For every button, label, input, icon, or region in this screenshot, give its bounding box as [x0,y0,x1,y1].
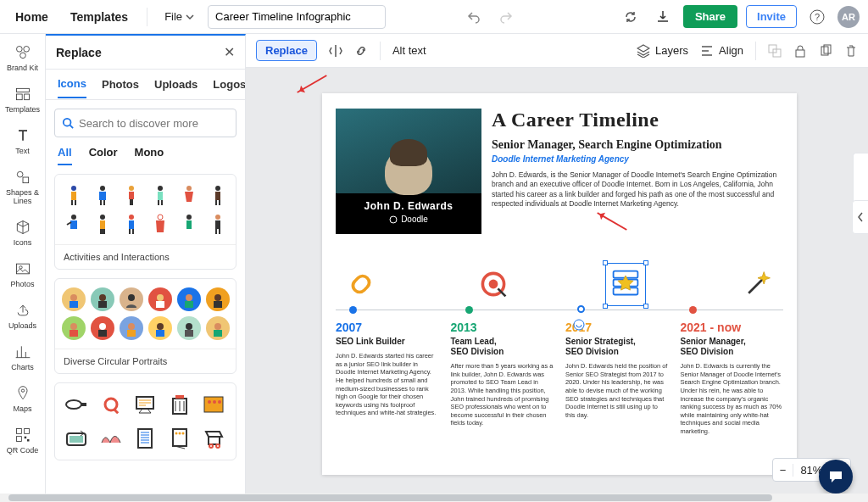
icon-thumb[interactable] [132,392,158,417]
chain-icon[interactable] [346,269,376,299]
collapse-right-panel[interactable] [852,200,868,234]
undo-button[interactable] [462,5,486,29]
rail-qrcode[interactable]: QR Code [2,421,44,460]
target-icon[interactable] [478,269,509,299]
canvas-page[interactable]: John D. Edwards Doodle A Career Timeline… [322,93,797,475]
alt-text-button[interactable]: Alt text [392,44,426,57]
profile-card[interactable]: John D. Edwards Doodle [336,109,481,234]
panel-body[interactable]: Activities and Interactions Diverse Circ… [46,174,245,494]
lock-icon[interactable] [793,44,807,58]
icon-thumb[interactable] [120,212,143,236]
search-box[interactable] [54,109,236,137]
icon-thumb[interactable] [91,316,114,340]
nav-home[interactable]: Home [8,5,55,29]
group-icon[interactable] [768,44,782,58]
help-button[interactable]: ? [805,5,829,29]
icon-thumb[interactable] [148,183,172,207]
wand-icon[interactable] [743,269,773,299]
icon-thumb[interactable] [148,316,172,340]
layers-control[interactable]: Layers [637,44,688,58]
headline-block[interactable]: A Career Timeline Senior Manager, Search… [492,109,782,209]
link-icon[interactable] [354,44,368,58]
canvas-area[interactable]: John D. Edwards Doodle A Career Timeline… [246,68,868,494]
rail-uploads[interactable]: Uploads [2,297,44,335]
tab-uploads[interactable]: Uploads [154,71,198,98]
zoom-out-button[interactable]: − [773,464,794,477]
icon-thumb[interactable] [201,392,226,417]
flip-icon[interactable] [329,44,342,58]
icon-thumb[interactable] [177,316,201,340]
icon-thumb[interactable] [206,183,230,207]
icon-thumb[interactable] [206,287,230,311]
icon-thumb[interactable] [64,426,89,451]
search-input[interactable] [79,117,229,130]
timeline-entry[interactable]: 2007 SEO Link Builder John D. Edwards st… [336,321,439,436]
profile-photo[interactable] [336,109,481,193]
icon-thumb[interactable] [91,183,114,207]
nav-templates[interactable]: Templates [64,5,135,29]
icon-thumb[interactable] [120,287,143,311]
page-indicator[interactable] [853,153,868,204]
icon-thumb[interactable] [148,287,172,311]
file-menu[interactable]: File [159,7,199,26]
rail-brandkit[interactable]: Brand Kit [2,39,44,77]
rail-templates[interactable]: Templates [2,81,44,119]
icon-thumb[interactable] [91,212,114,236]
icon-thumb[interactable] [206,212,230,236]
icon-thumb[interactable] [64,392,89,417]
rail-icons[interactable]: Icons [2,214,44,252]
rail-maps[interactable]: Maps [2,380,44,418]
rail-text[interactable]: Text [2,122,44,160]
icon-thumb[interactable] [62,183,86,207]
redo-button[interactable] [494,5,518,29]
download-button[interactable] [651,5,675,29]
share-button[interactable]: Share [683,5,737,28]
rail-charts[interactable]: Charts [2,338,44,376]
icon-thumb[interactable] [120,183,143,207]
icon-thumb[interactable] [148,212,172,236]
copy-icon[interactable] [819,44,832,58]
icon-thumb[interactable] [98,392,124,417]
resize-handle[interactable] [643,260,648,265]
scroll-thumb[interactable] [8,494,772,501]
trash-icon[interactable] [844,44,858,58]
icon-thumb[interactable] [177,183,201,207]
icon-thumb[interactable] [167,392,192,417]
icon-thumb[interactable] [177,212,201,236]
separator [147,8,147,26]
icon-thumb[interactable] [98,426,124,451]
icon-thumb[interactable] [132,426,158,451]
filter-mono[interactable]: Mono [135,146,164,165]
icon-thumb[interactable] [167,426,192,451]
tab-photos[interactable]: Photos [102,71,139,98]
timeline-entry[interactable]: 2013 Team Lead, SEO Division After more … [451,321,554,436]
close-panel-button[interactable]: ✕ [224,44,235,60]
rail-photos[interactable]: Photos [2,255,44,293]
icon-thumb[interactable] [62,316,86,340]
icon-thumb[interactable] [91,287,114,311]
filter-all[interactable]: All [58,146,72,165]
icon-thumb[interactable] [62,212,86,236]
icon-thumb[interactable] [62,287,86,311]
resize-handle[interactable] [603,260,608,265]
user-avatar[interactable]: AR [837,6,860,28]
invite-button[interactable]: Invite [746,5,797,28]
icon-thumb[interactable] [201,426,226,451]
align-control[interactable]: Align [700,44,743,58]
horizontal-scrollbar[interactable] [0,494,868,502]
icon-thumb[interactable] [177,287,201,311]
doc-title-input[interactable] [208,5,386,29]
card-caption: Activities and Interactions [55,244,236,269]
filter-color[interactable]: Color [89,146,118,165]
sync-icon[interactable] [619,5,643,29]
rail-shapes[interactable]: Shapes & Lines [2,164,44,210]
rotate-handle-icon[interactable] [573,319,585,331]
tab-logos[interactable]: Logos [213,71,245,98]
timeline-entry[interactable]: 2021 - now Senior Manager, SEO Division … [681,321,784,436]
chat-fab[interactable] [819,460,853,494]
replace-button[interactable]: Replace [256,40,317,61]
timeline-entry[interactable]: 2017 Senior Strategist, SEO Division Joh… [565,321,669,436]
icon-thumb[interactable] [206,316,230,340]
icon-thumb[interactable] [120,316,143,340]
tab-icons[interactable]: Icons [58,70,86,98]
